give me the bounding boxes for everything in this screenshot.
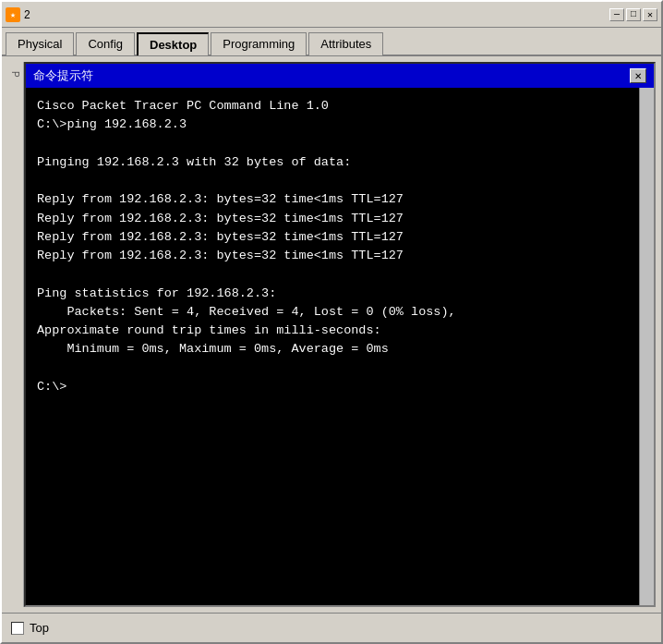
- cmd-inner: Cisco Packet Tracer PC Command Line 1.0 …: [26, 88, 654, 605]
- cmd-output[interactable]: Cisco Packet Tracer PC Command Line 1.0 …: [26, 88, 639, 605]
- close-button[interactable]: ✕: [643, 8, 657, 21]
- tab-config[interactable]: Config: [76, 32, 135, 55]
- minimize-button[interactable]: —: [609, 8, 624, 21]
- tab-bar: Physical Config Desktop Programming Attr…: [2, 28, 661, 56]
- cmd-title-bar: 命令提示符 ✕: [26, 64, 654, 88]
- main-content: P 命令提示符 ✕ Cisco Packet Tracer PC Command…: [2, 56, 661, 613]
- cmd-close-button[interactable]: ✕: [630, 68, 646, 83]
- tab-desktop[interactable]: Desktop: [137, 32, 209, 55]
- window-title: 2: [24, 8, 609, 21]
- cmd-scrollbar[interactable]: [639, 88, 654, 605]
- top-label: Top: [30, 621, 49, 635]
- cmd-title-text: 命令提示符: [33, 67, 93, 84]
- left-panel: P: [7, 62, 24, 607]
- content-inner: P 命令提示符 ✕ Cisco Packet Tracer PC Command…: [7, 62, 656, 607]
- top-checkbox[interactable]: [11, 622, 24, 635]
- tab-programming[interactable]: Programming: [211, 32, 307, 55]
- window-controls: — □ ✕: [609, 8, 657, 21]
- tab-attributes[interactable]: Attributes: [308, 32, 383, 55]
- main-window: ★ 2 — □ ✕ Physical Config Desktop Progra…: [0, 0, 663, 644]
- cmd-window: 命令提示符 ✕ Cisco Packet Tracer PC Command L…: [24, 62, 656, 607]
- title-bar: ★ 2 — □ ✕: [2, 2, 661, 28]
- app-icon: ★: [6, 7, 20, 22]
- tab-physical[interactable]: Physical: [6, 32, 74, 55]
- maximize-button[interactable]: □: [626, 8, 641, 21]
- bottom-bar: Top: [2, 613, 661, 642]
